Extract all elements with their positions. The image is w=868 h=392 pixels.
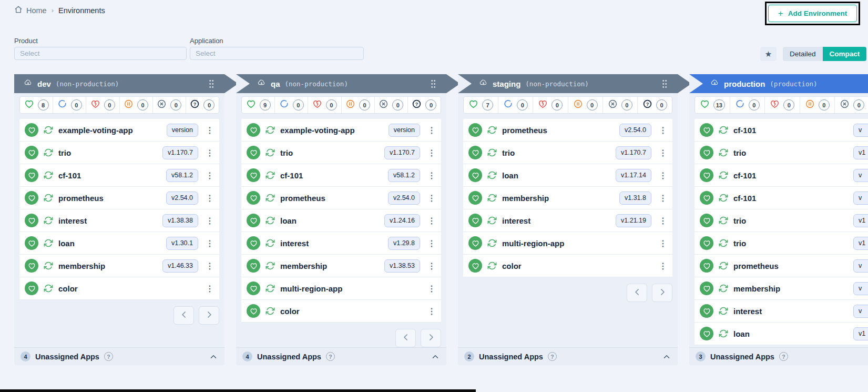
status-seg-progressing[interactable]: 0 xyxy=(730,97,765,113)
unassigned-apps-footer[interactable]: 4 Unassigned Apps ? xyxy=(14,347,224,365)
unassigned-apps-footer[interactable]: 4 Unassigned Apps ? xyxy=(236,347,446,365)
app-row-interest[interactable]: interest v1.21.19 ⋮ xyxy=(463,209,672,232)
unassigned-apps-footer[interactable]: 2 Unassigned Apps ? xyxy=(458,347,678,365)
kebab-menu-button[interactable]: ⋮ xyxy=(425,193,438,203)
app-row-trio[interactable]: trio v1 ⋮ xyxy=(695,232,868,255)
status-seg-unknown[interactable]: ? 0 xyxy=(407,97,441,113)
kebab-menu-button[interactable]: ⋮ xyxy=(657,261,669,271)
drag-handle-icon[interactable] xyxy=(662,79,667,88)
app-row-prometheus[interactable]: prometheus v2.54.0 ⋮ xyxy=(463,119,672,142)
view-compact-button[interactable]: Compact xyxy=(823,47,867,61)
status-seg-progressing[interactable]: 0 xyxy=(274,97,308,113)
kebab-menu-button[interactable]: ⋮ xyxy=(425,284,438,294)
status-seg-healthy[interactable]: 9 xyxy=(242,97,274,113)
kebab-menu-button[interactable]: ⋮ xyxy=(425,261,438,271)
status-seg-unknown[interactable]: ? 0 xyxy=(186,97,219,113)
kebab-menu-button[interactable]: ⋮ xyxy=(203,261,216,271)
app-row-trio[interactable]: trio v1 ⋮ xyxy=(695,142,868,164)
collapse-chevron-up-icon[interactable] xyxy=(209,352,218,361)
app-row-multi-region-app[interactable]: multi-region-app ⋮ xyxy=(241,277,441,300)
kebab-menu-button[interactable]: ⋮ xyxy=(203,125,216,135)
status-seg-healthy[interactable]: 7 xyxy=(464,97,498,113)
app-row-cf-101[interactable]: cf-101 v ⋮ xyxy=(695,164,868,187)
app-row-interest[interactable]: interest v1.38.38 ⋮ xyxy=(19,209,219,232)
app-row-example-voting-app[interactable]: example-voting-app version ⋮ xyxy=(241,119,441,142)
pagination-next-button[interactable] xyxy=(199,306,219,325)
app-row-membership[interactable]: membership v1.38.53 ⋮ xyxy=(241,255,441,277)
status-seg-suspended[interactable]: 0 xyxy=(568,97,603,113)
app-row-cf-101[interactable]: cf-101 v ⋮ xyxy=(695,187,868,209)
pagination-next-button[interactable] xyxy=(652,284,672,302)
app-row-loan[interactable]: loan v1 ⋮ xyxy=(695,323,868,345)
pagination-prev-button[interactable] xyxy=(173,306,194,325)
app-row-trio[interactable]: trio v1 ⋮ xyxy=(695,209,868,232)
kebab-menu-button[interactable]: ⋮ xyxy=(425,125,438,135)
app-row-loan[interactable]: loan v1.17.14 ⋮ xyxy=(463,164,672,187)
kebab-menu-button[interactable]: ⋮ xyxy=(425,148,438,158)
app-row-trio[interactable]: trio v1.170.7 ⋮ xyxy=(463,142,672,164)
status-seg-progressing[interactable]: 0 xyxy=(498,97,533,113)
app-row-membership[interactable]: membership v1.31.8 ⋮ xyxy=(463,187,672,209)
kebab-menu-button[interactable]: ⋮ xyxy=(203,148,216,158)
app-row-trio[interactable]: trio v1.170.7 ⋮ xyxy=(241,142,441,164)
app-row-loan[interactable]: loan v1.30.1 ⋮ xyxy=(19,232,219,255)
app-row-color[interactable]: color ⋮ xyxy=(19,277,219,300)
collapse-chevron-up-icon[interactable] xyxy=(431,352,440,361)
app-row-prometheus[interactable]: prometheus v2.54.0 ⋮ xyxy=(19,187,219,209)
kebab-menu-button[interactable]: ⋮ xyxy=(657,125,669,135)
view-detailed-button[interactable]: Detailed xyxy=(783,47,823,61)
status-seg-degraded[interactable]: 0 xyxy=(308,97,341,113)
app-row-prometheus[interactable]: prometheus v ⋮ xyxy=(695,255,868,277)
kebab-menu-button[interactable]: ⋮ xyxy=(425,170,438,180)
kebab-menu-button[interactable]: ⋮ xyxy=(203,238,216,248)
status-seg-suspended[interactable]: 0 xyxy=(800,97,835,113)
app-row-multi-region-app[interactable]: multi-region-app ⋮ xyxy=(463,232,672,255)
status-seg-terminating[interactable]: 0 xyxy=(603,97,637,113)
app-row-color[interactable]: color ⋮ xyxy=(463,255,672,277)
app-row-membership[interactable]: membership v1.46.33 ⋮ xyxy=(19,255,219,277)
app-row-color[interactable]: color ⋮ xyxy=(241,300,441,323)
app-row-trio[interactable]: trio v1.170.7 ⋮ xyxy=(19,142,219,164)
favorites-star-button[interactable]: ★ xyxy=(760,47,777,61)
kebab-menu-button[interactable]: ⋮ xyxy=(203,284,216,294)
pagination-prev-button[interactable] xyxy=(627,284,647,302)
app-row-prometheus[interactable]: prometheus v2.54.0 ⋮ xyxy=(241,187,441,209)
kebab-menu-button[interactable]: ⋮ xyxy=(425,306,438,316)
status-seg-terminating[interactable]: 0 xyxy=(834,97,868,113)
unassigned-apps-footer[interactable]: 3 Unassigned Apps ? xyxy=(689,347,868,365)
status-seg-unknown[interactable]: ? 0 xyxy=(637,97,672,113)
app-row-loan[interactable]: loan v1.24.16 ⋮ xyxy=(241,209,441,232)
app-row-cf-101[interactable]: cf-101 v ⋮ xyxy=(695,119,868,142)
app-row-interest[interactable]: interest v ⋮ xyxy=(695,300,868,323)
status-seg-suspended[interactable]: 0 xyxy=(341,97,374,113)
status-seg-terminating[interactable]: 0 xyxy=(374,97,407,113)
help-icon[interactable]: ? xyxy=(548,352,557,361)
status-seg-terminating[interactable]: 0 xyxy=(152,97,186,113)
pagination-next-button[interactable] xyxy=(421,329,441,347)
add-environment-button[interactable]: + Add Environment xyxy=(768,5,857,22)
kebab-menu-button[interactable]: ⋮ xyxy=(203,193,216,203)
collapse-chevron-up-icon[interactable] xyxy=(662,352,671,361)
app-row-interest[interactable]: interest v1.29.8 ⋮ xyxy=(241,232,441,255)
application-filter-select[interactable]: Select xyxy=(190,47,364,60)
kebab-menu-button[interactable]: ⋮ xyxy=(657,193,669,203)
help-icon[interactable]: ? xyxy=(326,352,335,361)
drag-handle-icon[interactable] xyxy=(431,79,436,88)
kebab-menu-button[interactable]: ⋮ xyxy=(425,216,438,226)
kebab-menu-button[interactable]: ⋮ xyxy=(425,238,438,248)
kebab-menu-button[interactable]: ⋮ xyxy=(203,170,216,180)
breadcrumb-home-link[interactable]: Home xyxy=(14,5,47,15)
app-row-example-voting-app[interactable]: example-voting-app version ⋮ xyxy=(19,119,219,142)
status-seg-degraded[interactable]: 0 xyxy=(533,97,567,113)
app-row-cf-101[interactable]: cf-101 v58.1.2 ⋮ xyxy=(19,164,219,187)
kebab-menu-button[interactable]: ⋮ xyxy=(657,238,669,248)
pagination-prev-button[interactable] xyxy=(395,329,416,347)
status-seg-degraded[interactable]: 0 xyxy=(764,97,800,113)
status-seg-progressing[interactable]: 0 xyxy=(53,97,86,113)
kebab-menu-button[interactable]: ⋮ xyxy=(657,170,669,180)
drag-handle-icon[interactable] xyxy=(209,79,214,88)
help-icon[interactable]: ? xyxy=(779,352,788,361)
kebab-menu-button[interactable]: ⋮ xyxy=(657,216,669,226)
status-seg-healthy[interactable]: 8 xyxy=(20,97,53,113)
app-row-cf-101[interactable]: cf-101 v58.1.2 ⋮ xyxy=(241,164,441,187)
